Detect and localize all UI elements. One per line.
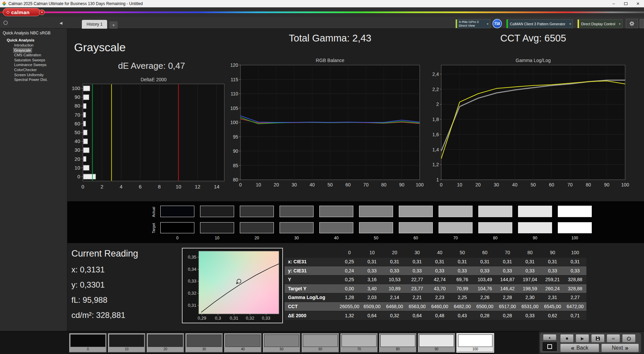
meter-badge[interactable]: 718 (492, 19, 502, 28)
expand-up-button[interactable]: ▲ (543, 334, 556, 341)
table-cell: 22,77 (406, 275, 428, 284)
sidebar-item-cms-calibration[interactable]: CMS Calibration (0, 53, 67, 58)
table-cell: 0,28 (474, 311, 496, 320)
sidebar-item-label: Grayscale (13, 48, 32, 52)
meter-line1: X-Rite i1Pro 3 (459, 20, 479, 24)
table-row--e-2000: ΔE 20001,320,640,320,640,480,430,280,280… (285, 311, 586, 320)
display-control-dropdown[interactable]: Direct Display Control ▾ (577, 19, 622, 28)
table-col-header-80: 80 (519, 248, 541, 257)
sidebar-item-label: CMS Calibration (13, 53, 42, 57)
table-col-header-30: 30 (406, 248, 428, 257)
pattern-level-button-30[interactable]: 30 (185, 333, 223, 353)
table-cell: 144,87 (496, 275, 519, 284)
sidebar-item-grayscale[interactable]: Grayscale (0, 48, 67, 53)
svg-text:30: 30 (74, 147, 80, 153)
toolbar: ◀ History 1 + X-Rite i1Pro 3 Direct View… (0, 17, 644, 29)
table-cell: 0,31 (406, 257, 428, 266)
pattern-level-label: 80 (380, 347, 415, 352)
pattern-level-button-90[interactable]: 90 (418, 333, 455, 353)
svg-text:80: 80 (74, 103, 80, 109)
next-button[interactable]: Next » (601, 344, 639, 352)
pattern-level-button-50[interactable]: 50 (263, 333, 300, 353)
pattern-level-swatch (148, 334, 183, 347)
pattern-level-button-100[interactable]: 100 (456, 333, 494, 353)
stop-button[interactable]: ■ (560, 334, 574, 343)
pattern-level-button-80[interactable]: 80 (379, 333, 417, 353)
tab-history-1[interactable]: History 1 (82, 20, 107, 29)
table-cell: 2,27 (564, 293, 586, 302)
sidebar-item-introduction[interactable]: Introduction (0, 43, 67, 48)
calman-menu-caret[interactable]: ▼ (39, 9, 45, 15)
table-cell: 0,43 (451, 311, 474, 320)
save-button[interactable] (591, 334, 605, 343)
sidebar-item-colorchecker[interactable]: ColorChecker (0, 67, 67, 72)
svg-text:20: 20 (74, 156, 80, 162)
cct-average-readout: CCT Avg: 6505 (449, 33, 617, 44)
play-button[interactable]: ▶ (576, 334, 589, 343)
toolbar-edge-button[interactable] (640, 19, 644, 28)
link-button[interactable]: ∞ (607, 334, 620, 343)
reading-cdm2: cd/m²: 328,881 (71, 311, 138, 320)
link-icon: ∞ (612, 336, 615, 341)
actual-swatch-20 (240, 206, 274, 217)
pattern-level-swatch (380, 334, 415, 347)
new-tab-button[interactable]: + (109, 21, 118, 29)
svg-text:2,2: 2,2 (432, 87, 439, 92)
meter-dropdown[interactable]: X-Rite i1Pro 3 Direct View ▾ (455, 19, 490, 28)
sidebar-item-saturation-sweeps[interactable]: Saturation Sweeps (0, 58, 67, 63)
close-button[interactable]: ✕ (632, 0, 644, 7)
pattern-level-button-70[interactable]: 70 (340, 333, 378, 353)
pattern-level-label: 60 (303, 347, 338, 352)
calman-menu-button[interactable]: ◇ calman (3, 8, 40, 16)
table-cell: 0,31 (496, 257, 519, 266)
pattern-window-button[interactable] (542, 342, 557, 352)
svg-text:120: 120 (230, 62, 238, 68)
sidebar-item-screen-uniformity[interactable]: Screen Uniformity (0, 72, 67, 78)
transport-bottom-row: « Back Next » (560, 344, 640, 352)
actual-swatch-50 (359, 206, 393, 217)
swatch-level-label: 30 (280, 236, 314, 240)
pattern-level-button-60[interactable]: 60 (301, 333, 339, 353)
stop-icon: ■ (566, 336, 568, 341)
table-cell: 0,31 (519, 257, 541, 266)
maximize-button[interactable] (620, 0, 632, 7)
back-button[interactable]: « Back (560, 344, 599, 352)
table-cell: 0,31 (541, 257, 564, 266)
svg-text:100: 100 (72, 85, 80, 91)
sidebar-item-spectral-power-dist-[interactable]: Spectral Power Dist. (0, 77, 67, 82)
table-cell: 259,21 (541, 275, 564, 284)
pattern-level-button-10[interactable]: 10 (108, 333, 146, 353)
settings-button[interactable] (626, 19, 638, 28)
workflow-sidebar: Quick Analysis NBC sRGB Quick Analysis I… (0, 29, 67, 331)
table-cell: 69,76 (451, 275, 474, 284)
pattern-level-label: 30 (187, 347, 222, 352)
row-label: x: CIE31 (285, 257, 338, 266)
next-chevrons-icon: » (625, 345, 628, 352)
sidebar-item-luminance-sweeps[interactable]: Luminance Sweeps (0, 62, 67, 67)
minimize-button[interactable]: – (608, 0, 620, 7)
sidebar-root-quick-analysis[interactable]: Quick Analysis (0, 38, 67, 42)
pattern-generator-dropdown[interactable]: CalMAN Client 3 Pattern Generator ▾ (506, 19, 573, 28)
pattern-level-button-0[interactable]: 0 (69, 333, 107, 353)
sidebar-item-label: Luminance Sweeps (13, 63, 47, 67)
svg-text:90: 90 (604, 182, 610, 187)
svg-text:80: 80 (233, 177, 238, 182)
content-area: Grayscale dE Average: 0,47 DeltaE 2000 0… (67, 29, 644, 331)
sidebar-collapse-button[interactable]: ◀ (58, 20, 64, 26)
pattern-level-button-40[interactable]: 40 (224, 333, 262, 353)
table-row-y: Y0,253,1610,5322,7742,7469,76103,49144,8… (285, 275, 586, 284)
svg-text:0: 0 (239, 182, 242, 187)
table-cell: 3,16 (361, 275, 383, 284)
table-cell: 0,62 (541, 311, 564, 320)
actual-swatch-90 (518, 206, 552, 217)
power-icon (626, 336, 631, 341)
swatch-level-label: 90 (518, 236, 552, 240)
pattern-level-button-20[interactable]: 20 (147, 333, 184, 353)
power-button[interactable] (622, 334, 636, 343)
record-circle-icon[interactable] (3, 21, 8, 25)
swatch-column-60: 60 (399, 206, 433, 240)
table-cell: 70,99 (451, 284, 474, 293)
table-cell: 0,32 (383, 311, 406, 320)
table-col-header-50: 50 (451, 248, 474, 257)
titlebar: Calman 2025 Calman Ultimate for Business… (0, 0, 644, 7)
